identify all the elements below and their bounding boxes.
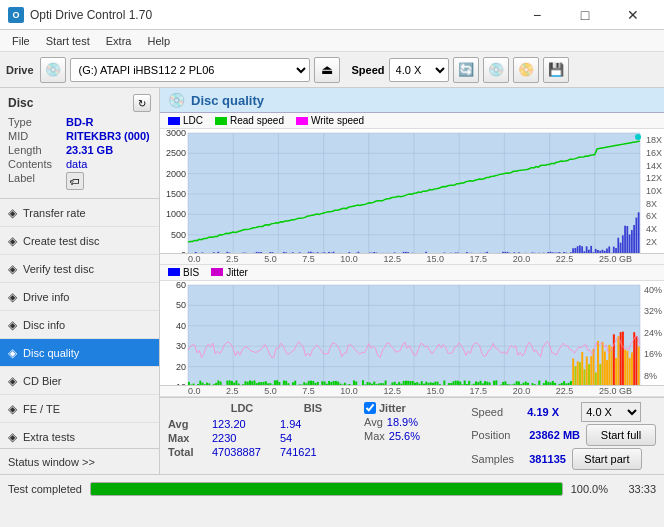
drive-label: Drive xyxy=(6,64,34,76)
toolbar: Drive 💿 (G:) ATAPI iHBS112 2 PL06 ⏏ Spee… xyxy=(0,52,664,88)
legend-read-speed: Read speed xyxy=(215,115,284,126)
status-window-label: Status window >> xyxy=(8,456,95,468)
jitter-label: Jitter xyxy=(379,402,406,414)
close-button[interactable]: ✕ xyxy=(610,0,656,30)
disc-refresh-btn[interactable]: ↻ xyxy=(133,94,151,112)
nav-disc-info-label: Disc info xyxy=(23,319,65,331)
nav-transfer-rate[interactable]: ◈ Transfer rate xyxy=(0,199,159,227)
sidebar: Disc ↻ Type BD-R MID RITEKBR3 (000) Leng… xyxy=(0,88,160,474)
nav-disc-quality-label: Disc quality xyxy=(23,347,79,359)
window-controls: − □ ✕ xyxy=(514,0,656,30)
jitter-avg-label: Avg xyxy=(364,416,383,428)
chart2-y-right: 40% 32% 24% 16% 8% xyxy=(644,285,662,381)
stats-panel: LDC BIS Avg 123.20 1.94 Max 2230 54 Tota… xyxy=(160,397,664,474)
disc-quality-header-icon: 💿 xyxy=(168,92,185,108)
stats-total-ldc: 47038887 xyxy=(212,446,272,458)
refresh-btn[interactable]: 🔄 xyxy=(453,57,479,83)
extra-tests-icon: ◈ xyxy=(8,430,17,444)
samples-value: 381135 xyxy=(529,453,566,465)
status-window-btn[interactable]: Status window >> xyxy=(0,448,159,474)
drive-select[interactable]: (G:) ATAPI iHBS112 2 PL06 xyxy=(70,58,310,82)
content-header-title: Disc quality xyxy=(191,93,264,108)
fe-te-icon: ◈ xyxy=(8,402,17,416)
stats-max-label: Max xyxy=(168,432,204,444)
menu-file[interactable]: File xyxy=(4,33,38,49)
start-full-btn[interactable]: Start full xyxy=(586,424,656,446)
nav-transfer-rate-label: Transfer rate xyxy=(23,207,86,219)
legend-jitter-label: Jitter xyxy=(226,267,248,278)
stats-total-bis: 741621 xyxy=(280,446,340,458)
disc-mid-value: RITEKBR3 (000) xyxy=(66,130,150,142)
disc-label-icon[interactable]: 🏷 xyxy=(66,172,84,190)
status-bar: Test completed 100.0% 33:33 xyxy=(0,474,664,502)
elapsed-time: 33:33 xyxy=(616,483,656,495)
nav-disc-info[interactable]: ◈ Disc info xyxy=(0,311,159,339)
disc-info-icon: ◈ xyxy=(8,318,17,332)
disc-mid-label: MID xyxy=(8,130,66,142)
disc2-btn[interactable]: 📀 xyxy=(513,57,539,83)
drive-icon-btn[interactable]: 💿 xyxy=(40,57,66,83)
progress-bar-outer xyxy=(90,482,563,496)
stats-total-label: Total xyxy=(168,446,204,458)
jitter-checkbox[interactable] xyxy=(364,402,376,414)
disc-type-value: BD-R xyxy=(66,116,94,128)
nav-verify-test-disc[interactable]: ◈ Verify test disc xyxy=(0,255,159,283)
nav-fe-te[interactable]: ◈ FE / TE xyxy=(0,395,159,423)
chart1-x-axis: 0.02.55.07.510.012.515.017.520.022.525.0… xyxy=(160,254,664,265)
speed-value: 4.19 X xyxy=(527,406,577,418)
nav-verify-test-disc-label: Verify test disc xyxy=(23,263,94,275)
app-icon: O xyxy=(8,7,24,23)
chart2-area: 40% 32% 24% 16% 8% xyxy=(160,281,664,386)
legend-write-speed-color xyxy=(296,117,308,125)
jitter-max-label: Max xyxy=(364,430,385,442)
speed-select2[interactable]: 4.0 X xyxy=(581,402,641,422)
position-row: Position 23862 MB Start full xyxy=(471,424,656,446)
nav-create-test-disc-label: Create test disc xyxy=(23,235,99,247)
legend-write-speed: Write speed xyxy=(296,115,364,126)
nav-extra-tests-label: Extra tests xyxy=(23,431,75,443)
content-area: 💿 Disc quality LDC Read speed Write spee… xyxy=(160,88,664,474)
speed-select[interactable]: 4.0 X xyxy=(389,58,449,82)
legend-read-speed-label: Read speed xyxy=(230,115,284,126)
jitter-check-row: Jitter xyxy=(364,402,420,414)
legend-write-speed-label: Write speed xyxy=(311,115,364,126)
speed-label2: Speed xyxy=(471,406,523,418)
speed-label: Speed xyxy=(352,64,385,76)
eject-icon-btn[interactable]: ⏏ xyxy=(314,57,340,83)
disc-title: Disc xyxy=(8,96,33,110)
disc-btn[interactable]: 💿 xyxy=(483,57,509,83)
nav-disc-quality[interactable]: ◈ Disc quality xyxy=(0,339,159,367)
disc-type-label: Type xyxy=(8,116,66,128)
chart1-area: 18X 16X 14X 12X 10X 8X 6X 4X 2X xyxy=(160,129,664,253)
menu-start-test[interactable]: Start test xyxy=(38,33,98,49)
main-layout: Disc ↻ Type BD-R MID RITEKBR3 (000) Leng… xyxy=(0,88,664,474)
legend-ldc: LDC xyxy=(168,115,203,126)
nav-create-test-disc[interactable]: ◈ Create test disc xyxy=(0,227,159,255)
nav-drive-info[interactable]: ◈ Drive info xyxy=(0,283,159,311)
disc-label-label: Label xyxy=(8,172,66,190)
samples-row: Samples 381135 Start part xyxy=(471,448,656,470)
jitter-avg-val: 18.9% xyxy=(387,416,418,428)
stats-ldc-bis: LDC BIS Avg 123.20 1.94 Max 2230 54 Tota… xyxy=(168,402,340,470)
sidebar-nav: ◈ Transfer rate ◈ Create test disc ◈ Ver… xyxy=(0,199,159,448)
legend-jitter: Jitter xyxy=(211,267,248,278)
disc-length-value: 23.31 GB xyxy=(66,144,113,156)
minimize-button[interactable]: − xyxy=(514,0,560,30)
nav-cd-bier[interactable]: ◈ CD Bier xyxy=(0,367,159,395)
start-part-btn[interactable]: Start part xyxy=(572,448,642,470)
stats-avg-ldc: 123.20 xyxy=(212,418,272,430)
chart1-legend: LDC Read speed Write speed xyxy=(160,113,664,129)
menu-extra[interactable]: Extra xyxy=(98,33,140,49)
save-btn[interactable]: 💾 xyxy=(543,57,569,83)
chart2-canvas xyxy=(160,281,664,386)
disc-length-label: Length xyxy=(8,144,66,156)
samples-label: Samples xyxy=(471,453,523,465)
maximize-button[interactable]: □ xyxy=(562,0,608,30)
nav-extra-tests[interactable]: ◈ Extra tests xyxy=(0,423,159,448)
legend-ldc-color xyxy=(168,117,180,125)
stats-max-bis: 54 xyxy=(280,432,340,444)
menu-help[interactable]: Help xyxy=(139,33,178,49)
legend-bis-color xyxy=(168,268,180,276)
disc-quality-icon: ◈ xyxy=(8,346,17,360)
stats-max-ldc: 2230 xyxy=(212,432,272,444)
